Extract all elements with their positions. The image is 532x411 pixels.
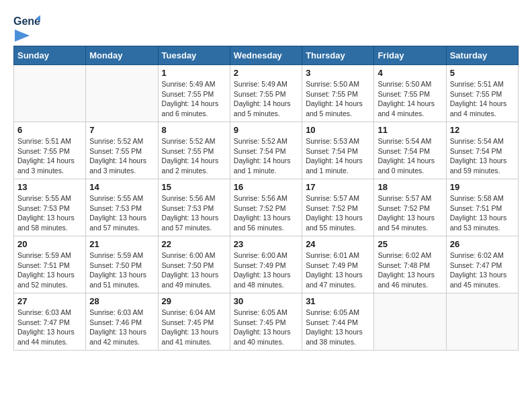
logo: General bbox=[13, 13, 40, 39]
calendar-cell: 20Sunrise: 5:59 AM Sunset: 7:51 PM Dayli… bbox=[14, 236, 86, 293]
day-info: Sunrise: 6:04 AM Sunset: 7:45 PM Dayligh… bbox=[162, 308, 226, 347]
day-number: 25 bbox=[378, 239, 442, 249]
day-info: Sunrise: 5:59 AM Sunset: 7:51 PM Dayligh… bbox=[17, 250, 82, 290]
day-number: 18 bbox=[378, 182, 442, 192]
calendar-cell bbox=[14, 65, 86, 122]
day-number: 14 bbox=[89, 182, 154, 192]
calendar-cell: 30Sunrise: 6:05 AM Sunset: 7:45 PM Dayli… bbox=[230, 293, 302, 351]
day-info: Sunrise: 6:01 AM Sunset: 7:49 PM Dayligh… bbox=[306, 250, 370, 290]
calendar-cell: 9Sunrise: 5:52 AM Sunset: 7:54 PM Daylig… bbox=[230, 122, 302, 179]
day-number: 20 bbox=[17, 239, 82, 249]
day-info: Sunrise: 5:54 AM Sunset: 7:54 PM Dayligh… bbox=[378, 136, 442, 176]
day-number: 12 bbox=[450, 125, 515, 135]
day-info: Sunrise: 6:02 AM Sunset: 7:48 PM Dayligh… bbox=[378, 250, 442, 290]
calendar-week-2: 6Sunrise: 5:51 AM Sunset: 7:55 PM Daylig… bbox=[14, 122, 519, 179]
day-number: 22 bbox=[162, 239, 226, 249]
calendar-cell: 12Sunrise: 5:54 AM Sunset: 7:54 PM Dayli… bbox=[446, 122, 518, 179]
calendar-cell: 23Sunrise: 6:00 AM Sunset: 7:49 PM Dayli… bbox=[230, 236, 302, 293]
day-info: Sunrise: 5:56 AM Sunset: 7:52 PM Dayligh… bbox=[234, 193, 298, 233]
calendar-cell: 27Sunrise: 6:03 AM Sunset: 7:47 PM Dayli… bbox=[14, 293, 86, 351]
page-header: General bbox=[13, 13, 519, 39]
calendar-cell: 14Sunrise: 5:55 AM Sunset: 7:53 PM Dayli… bbox=[86, 179, 158, 236]
calendar-cell: 8Sunrise: 5:52 AM Sunset: 7:55 PM Daylig… bbox=[158, 122, 230, 179]
calendar-cell: 17Sunrise: 5:57 AM Sunset: 7:52 PM Dayli… bbox=[302, 179, 374, 236]
day-info: Sunrise: 5:52 AM Sunset: 7:54 PM Dayligh… bbox=[234, 136, 298, 176]
svg-text:General: General bbox=[13, 15, 40, 27]
calendar-cell: 7Sunrise: 5:52 AM Sunset: 7:55 PM Daylig… bbox=[86, 122, 158, 179]
day-number: 6 bbox=[17, 125, 82, 135]
day-number: 19 bbox=[450, 182, 515, 192]
calendar-week-4: 20Sunrise: 5:59 AM Sunset: 7:51 PM Dayli… bbox=[14, 236, 519, 293]
logo-arrow-icon bbox=[15, 30, 30, 42]
calendar-cell: 3Sunrise: 5:50 AM Sunset: 7:55 PM Daylig… bbox=[302, 65, 374, 122]
day-info: Sunrise: 6:03 AM Sunset: 7:46 PM Dayligh… bbox=[89, 308, 154, 347]
day-info: Sunrise: 6:02 AM Sunset: 7:47 PM Dayligh… bbox=[450, 250, 515, 290]
day-number: 3 bbox=[306, 68, 370, 78]
calendar-cell: 31Sunrise: 6:05 AM Sunset: 7:44 PM Dayli… bbox=[302, 293, 374, 351]
calendar-cell: 15Sunrise: 5:56 AM Sunset: 7:53 PM Dayli… bbox=[158, 179, 230, 236]
day-info: Sunrise: 5:58 AM Sunset: 7:51 PM Dayligh… bbox=[450, 193, 515, 233]
calendar-cell: 24Sunrise: 6:01 AM Sunset: 7:49 PM Dayli… bbox=[302, 236, 374, 293]
weekday-wednesday: Wednesday bbox=[230, 46, 302, 65]
calendar-cell: 4Sunrise: 5:50 AM Sunset: 7:55 PM Daylig… bbox=[374, 65, 446, 122]
day-number: 23 bbox=[234, 239, 298, 249]
day-info: Sunrise: 5:52 AM Sunset: 7:55 PM Dayligh… bbox=[162, 136, 226, 176]
day-number: 27 bbox=[17, 296, 82, 306]
day-info: Sunrise: 5:55 AM Sunset: 7:53 PM Dayligh… bbox=[17, 193, 82, 233]
weekday-tuesday: Tuesday bbox=[158, 46, 230, 65]
day-number: 29 bbox=[162, 296, 226, 306]
weekday-monday: Monday bbox=[86, 46, 158, 65]
day-info: Sunrise: 5:55 AM Sunset: 7:53 PM Dayligh… bbox=[89, 193, 154, 233]
day-info: Sunrise: 6:03 AM Sunset: 7:47 PM Dayligh… bbox=[17, 308, 82, 347]
day-info: Sunrise: 5:59 AM Sunset: 7:50 PM Dayligh… bbox=[89, 250, 154, 290]
calendar-cell: 2Sunrise: 5:49 AM Sunset: 7:55 PM Daylig… bbox=[230, 65, 302, 122]
day-number: 24 bbox=[306, 239, 370, 249]
day-info: Sunrise: 5:56 AM Sunset: 7:53 PM Dayligh… bbox=[162, 193, 226, 233]
calendar-week-3: 13Sunrise: 5:55 AM Sunset: 7:53 PM Dayli… bbox=[14, 179, 519, 236]
day-info: Sunrise: 6:00 AM Sunset: 7:49 PM Dayligh… bbox=[234, 250, 298, 290]
weekday-header-row: SundayMondayTuesdayWednesdayThursdayFrid… bbox=[14, 46, 519, 65]
calendar-cell: 21Sunrise: 5:59 AM Sunset: 7:50 PM Dayli… bbox=[86, 236, 158, 293]
calendar-cell: 26Sunrise: 6:02 AM Sunset: 7:47 PM Dayli… bbox=[446, 236, 518, 293]
day-info: Sunrise: 5:52 AM Sunset: 7:55 PM Dayligh… bbox=[89, 136, 154, 176]
day-info: Sunrise: 5:51 AM Sunset: 7:55 PM Dayligh… bbox=[17, 136, 82, 176]
calendar-table: SundayMondayTuesdayWednesdayThursdayFrid… bbox=[13, 46, 519, 351]
calendar-week-5: 27Sunrise: 6:03 AM Sunset: 7:47 PM Dayli… bbox=[14, 293, 519, 351]
calendar-cell bbox=[86, 65, 158, 122]
day-info: Sunrise: 6:00 AM Sunset: 7:50 PM Dayligh… bbox=[162, 250, 226, 290]
day-number: 5 bbox=[450, 68, 515, 78]
calendar-cell: 6Sunrise: 5:51 AM Sunset: 7:55 PM Daylig… bbox=[14, 122, 86, 179]
svg-marker-2 bbox=[15, 30, 30, 42]
calendar-cell: 5Sunrise: 5:51 AM Sunset: 7:55 PM Daylig… bbox=[446, 65, 518, 122]
day-info: Sunrise: 5:50 AM Sunset: 7:55 PM Dayligh… bbox=[378, 79, 442, 119]
calendar-cell bbox=[446, 293, 518, 351]
day-info: Sunrise: 5:57 AM Sunset: 7:52 PM Dayligh… bbox=[378, 193, 442, 233]
day-info: Sunrise: 6:05 AM Sunset: 7:44 PM Dayligh… bbox=[306, 308, 370, 347]
day-number: 15 bbox=[162, 182, 226, 192]
calendar-cell: 16Sunrise: 5:56 AM Sunset: 7:52 PM Dayli… bbox=[230, 179, 302, 236]
day-info: Sunrise: 5:50 AM Sunset: 7:55 PM Dayligh… bbox=[306, 79, 370, 119]
day-info: Sunrise: 5:49 AM Sunset: 7:55 PM Dayligh… bbox=[162, 79, 226, 119]
day-info: Sunrise: 5:57 AM Sunset: 7:52 PM Dayligh… bbox=[306, 193, 370, 233]
weekday-sunday: Sunday bbox=[14, 46, 86, 65]
day-number: 10 bbox=[306, 125, 370, 135]
day-number: 4 bbox=[378, 68, 442, 78]
day-number: 26 bbox=[450, 239, 515, 249]
day-number: 1 bbox=[162, 68, 226, 78]
calendar-cell: 25Sunrise: 6:02 AM Sunset: 7:48 PM Dayli… bbox=[374, 236, 446, 293]
calendar-cell: 22Sunrise: 6:00 AM Sunset: 7:50 PM Dayli… bbox=[158, 236, 230, 293]
day-number: 8 bbox=[162, 125, 226, 135]
day-number: 31 bbox=[306, 296, 370, 306]
day-number: 7 bbox=[89, 125, 154, 135]
calendar-cell: 19Sunrise: 5:58 AM Sunset: 7:51 PM Dayli… bbox=[446, 179, 518, 236]
day-info: Sunrise: 5:51 AM Sunset: 7:55 PM Dayligh… bbox=[450, 79, 515, 119]
day-number: 17 bbox=[306, 182, 370, 192]
calendar-cell: 1Sunrise: 5:49 AM Sunset: 7:55 PM Daylig… bbox=[158, 65, 230, 122]
day-info: Sunrise: 5:49 AM Sunset: 7:55 PM Dayligh… bbox=[234, 79, 298, 119]
calendar-cell: 11Sunrise: 5:54 AM Sunset: 7:54 PM Dayli… bbox=[374, 122, 446, 179]
weekday-thursday: Thursday bbox=[302, 46, 374, 65]
day-number: 2 bbox=[234, 68, 298, 78]
calendar-cell: 10Sunrise: 5:53 AM Sunset: 7:54 PM Dayli… bbox=[302, 122, 374, 179]
calendar-cell: 29Sunrise: 6:04 AM Sunset: 7:45 PM Dayli… bbox=[158, 293, 230, 351]
day-info: Sunrise: 5:54 AM Sunset: 7:54 PM Dayligh… bbox=[450, 136, 515, 176]
